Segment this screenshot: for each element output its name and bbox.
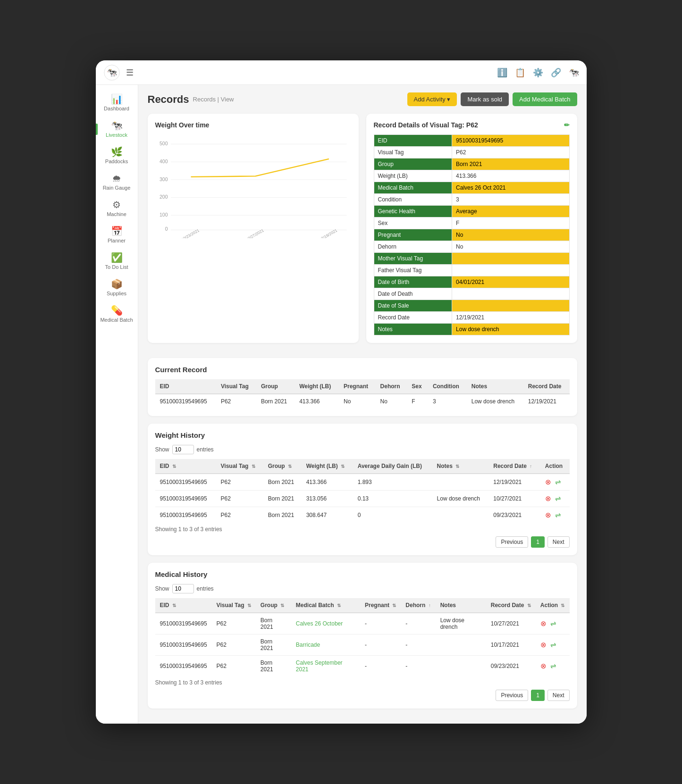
sidebar-item-planner[interactable]: 📅 Planner: [98, 223, 135, 247]
edit-icon[interactable]: ⇌: [550, 641, 556, 649]
detail-label: Visual Tag: [374, 147, 452, 158]
sidebar-item-todo-list[interactable]: ✅ To Do List: [98, 249, 135, 274]
detail-value: No: [452, 229, 569, 241]
weight-showing-text: Showing 1 to 3 of 3 entries: [155, 526, 570, 533]
col-record-date: Record Date: [523, 379, 570, 394]
sidebar-item-dashboard[interactable]: 📊 Dashboard: [98, 91, 135, 115]
detail-row: Record Date12/19/2021: [374, 312, 569, 324]
sidebar-label-paddocks: Paddocks: [105, 158, 128, 164]
sidebar-label-rain-gauge: Rain Gauge: [103, 185, 131, 191]
edit-icon[interactable]: ⇌: [555, 511, 561, 519]
table-row: 951000319549695P62Born 2021Barricade--10…: [155, 634, 570, 656]
medical-showing-text: Showing 1 to 3 of 3 entries: [155, 679, 570, 686]
detail-row: DehornNo: [374, 241, 569, 253]
add-medical-batch-button[interactable]: Add Medical Batch: [513, 92, 577, 106]
entries-input-weight[interactable]: [172, 445, 194, 454]
sidebar-label-livestock: Livestock: [106, 132, 127, 138]
wh-col-action: Action: [540, 459, 570, 474]
detail-label: Weight (LB): [374, 170, 452, 182]
detail-value: Average: [452, 206, 569, 217]
medical-history-card: Medical History Show entries EID ⇅ Visua…: [148, 563, 577, 709]
detail-row: PregnantNo: [374, 229, 569, 241]
sidebar-item-paddocks[interactable]: 🌿 Paddocks: [98, 143, 135, 168]
mh-col-group: Group ⇅: [256, 598, 291, 613]
supplies-icon: 📦: [111, 279, 123, 289]
add-activity-button[interactable]: Add Activity ▾: [407, 92, 457, 106]
sidebar-label-medical-batch: Medical Batch: [100, 317, 133, 323]
detail-row: EID951000319549695: [374, 135, 569, 147]
medical-batch-link[interactable]: Calves September 2021: [296, 659, 343, 673]
wh-col-notes: Notes ⇅: [432, 459, 489, 474]
current-record-title: Current Record: [155, 366, 570, 374]
link-icon[interactable]: 🔗: [551, 67, 561, 78]
sidebar-label-dashboard: Dashboard: [104, 106, 129, 111]
sidebar-label-todo: To Do List: [105, 264, 128, 270]
wh-col-eid: EID ⇅: [155, 459, 216, 474]
weight-prev-button[interactable]: Previous: [496, 536, 528, 548]
svg-text:400: 400: [160, 159, 168, 164]
detail-row: Date of Birth04/01/2021: [374, 276, 569, 288]
mh-col-eid: EID ⇅: [155, 598, 212, 613]
medical-prev-button[interactable]: Previous: [496, 690, 528, 701]
clipboard-icon[interactable]: 📋: [515, 67, 525, 78]
svg-text:100: 100: [160, 212, 168, 217]
sidebar-label-planner: Planner: [108, 238, 126, 243]
hamburger-menu[interactable]: ☰: [126, 67, 134, 78]
medical-next-button[interactable]: Next: [547, 690, 570, 701]
detail-value: 951000319549695: [452, 135, 569, 147]
settings-icon[interactable]: ⚙️: [533, 67, 543, 78]
edit-icon[interactable]: ⇌: [550, 619, 556, 628]
edit-icon[interactable]: ⇌: [550, 662, 556, 670]
col-group: Group: [256, 379, 295, 394]
medical-history-header: EID ⇅ Visual Tag ⇅ Group ⇅ Medical Batch…: [155, 598, 570, 613]
detail-row: Condition3: [374, 194, 569, 206]
detail-value: Low dose drench: [452, 324, 569, 335]
medical-batch-icon: 💊: [111, 306, 123, 315]
detail-label: Genetic Health: [374, 206, 452, 217]
detail-row: GroupBorn 2021: [374, 158, 569, 170]
detail-label: Record Date: [374, 312, 452, 324]
edit-icon[interactable]: ⇌: [555, 494, 561, 503]
detail-row: Genetic HealthAverage: [374, 206, 569, 217]
col-sex: Sex: [407, 379, 428, 394]
show-entries-weight: Show entries: [155, 445, 570, 454]
delete-icon[interactable]: ⊗: [545, 511, 551, 519]
record-details-title: Record Details of Visual Tag: P62 ✏: [374, 121, 570, 129]
svg-text:200: 200: [160, 194, 168, 200]
delete-icon[interactable]: ⊗: [545, 494, 551, 503]
delete-icon[interactable]: ⊗: [540, 619, 547, 628]
detail-label: Father Visual Tag: [374, 265, 452, 276]
top-bar: 🐄 ☰ ℹ️ 📋 ⚙️ 🔗 🐄: [96, 60, 587, 85]
sidebar-item-rain-gauge[interactable]: 🌧 Rain Gauge: [98, 170, 135, 194]
detail-row: NotesLow dose drench: [374, 324, 569, 335]
weight-page-1-button[interactable]: 1: [531, 536, 545, 548]
entries-input-medical[interactable]: [172, 584, 194, 593]
sidebar-item-machine[interactable]: ⚙ Machine: [98, 196, 135, 221]
medical-batch-link[interactable]: Calves 26 October: [296, 620, 343, 627]
info-icon[interactable]: ℹ️: [497, 67, 507, 78]
current-record-header-row: EID Visual Tag Group Weight (LB) Pregnan…: [155, 379, 570, 394]
medical-page-1-button[interactable]: 1: [531, 690, 545, 701]
delete-icon[interactable]: ⊗: [540, 641, 547, 649]
detail-value: Calves 26 Oct 2021: [452, 182, 569, 194]
edit-icon[interactable]: ⇌: [555, 478, 561, 486]
mark-as-sold-button[interactable]: Mark as sold: [461, 92, 509, 106]
sidebar-item-livestock[interactable]: 🐄 Livestock: [98, 117, 135, 142]
sidebar-item-supplies[interactable]: 📦 Supplies: [98, 275, 135, 300]
delete-icon[interactable]: ⊗: [545, 478, 551, 486]
delete-icon[interactable]: ⊗: [540, 662, 547, 670]
col-visual-tag: Visual Tag: [216, 379, 256, 394]
detail-value: [452, 253, 569, 265]
weight-next-button[interactable]: Next: [547, 536, 570, 548]
svg-text:0: 0: [165, 226, 168, 232]
edit-record-icon[interactable]: ✏: [564, 121, 570, 129]
medical-batch-link[interactable]: Barricade: [296, 642, 320, 648]
dashboard-icon: 📊: [111, 94, 123, 104]
rain-gauge-icon: 🌧: [112, 174, 121, 183]
sidebar-item-medical-batch[interactable]: 💊 Medical Batch: [98, 302, 135, 326]
detail-row: Medical BatchCalves 26 Oct 2021: [374, 182, 569, 194]
chart-area: 500 400 300 200 100 0: [155, 134, 351, 238]
app-logo: 🐄: [103, 64, 120, 81]
content-area: Records Records | View Add Activity ▾ Ma…: [138, 85, 587, 724]
planner-icon: 📅: [111, 226, 123, 236]
